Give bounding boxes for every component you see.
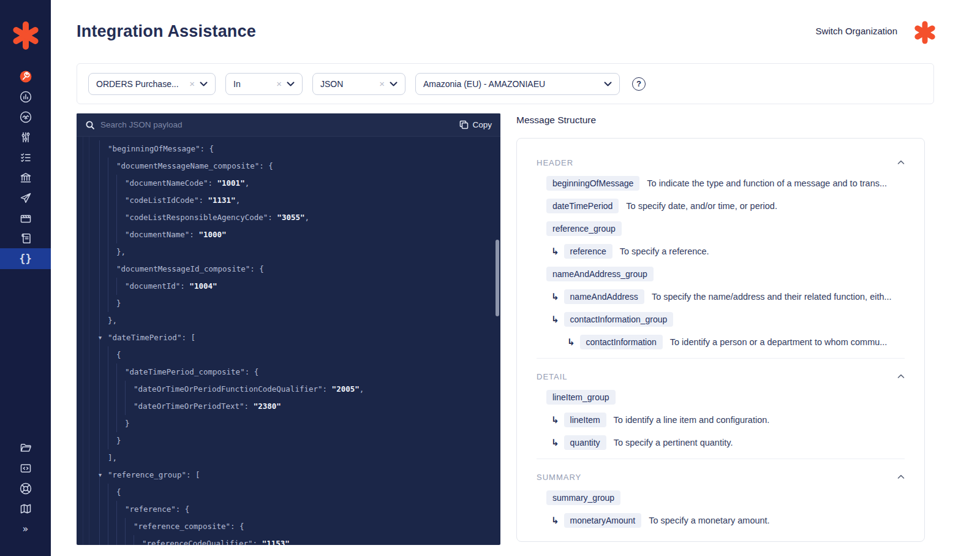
segment-tag[interactable]: nameAndAddress_group <box>546 267 654 281</box>
code-key-text: "beginningOfMessage": { <box>108 144 214 153</box>
code-line: } <box>77 415 500 432</box>
sidebar-item-configuration[interactable] <box>0 127 51 147</box>
code-box-icon <box>19 462 32 475</box>
sidebar-item-files[interactable] <box>0 438 51 458</box>
segment-tag[interactable]: beginningOfMessage <box>546 176 639 191</box>
sidebar-item-support[interactable] <box>0 478 51 498</box>
indent-guide <box>108 398 116 415</box>
sidebar-item-send[interactable] <box>0 188 51 208</box>
code-line: "documentMessageId_composite": { <box>77 261 500 278</box>
sidebar-item-analytics[interactable] <box>0 86 51 107</box>
asterisk-logo-icon <box>11 21 40 50</box>
code-punctuation: , <box>305 213 310 222</box>
code-key-text: } <box>116 299 121 308</box>
clear-filter-icon[interactable]: × <box>379 78 385 89</box>
copy-button[interactable]: Copy <box>459 120 492 129</box>
segment-description: To specify date, and/or time, or period. <box>626 201 777 211</box>
search-input[interactable] <box>100 120 459 129</box>
indent-guide <box>99 261 108 278</box>
message-structure-title: Message Structure <box>516 115 596 126</box>
sidebar-item-developer[interactable] <box>0 458 51 478</box>
section-label: DETAIL <box>537 372 568 381</box>
structure-row: nameAndAddress_group <box>546 262 905 285</box>
indent-guide <box>116 381 125 398</box>
segment-tag[interactable]: quantity <box>564 435 606 450</box>
segment-description: To indicate the type and function of a m… <box>647 178 887 188</box>
segment-tag[interactable]: reference <box>564 244 612 259</box>
code-punctuation: , <box>245 178 250 188</box>
indent-guide <box>99 312 108 329</box>
chevron-down-icon <box>287 82 295 86</box>
structure-row: ↳referenceTo specify a reference. <box>551 240 905 262</box>
structure-row: reference_group <box>546 217 905 240</box>
segment-tag[interactable]: nameAndAddress <box>564 289 644 304</box>
segment-tag[interactable]: lineItem <box>564 413 606 427</box>
code-key-text: }, <box>116 247 126 256</box>
collapse-section-button[interactable] <box>897 374 905 379</box>
indent-guide <box>99 243 108 261</box>
filter-message-type[interactable]: ORDERS Purchase... × <box>88 73 216 95</box>
code-line: "beginningOfMessage": { <box>77 140 500 158</box>
sidebar-item-scenarios[interactable] <box>0 208 51 228</box>
code-key-text: } <box>116 436 121 445</box>
segment-tag[interactable]: reference_group <box>546 221 622 236</box>
branch-arrow-icon: ↳ <box>551 246 559 257</box>
collapse-section-button[interactable] <box>897 474 905 479</box>
indent-guide <box>116 415 125 432</box>
indent-guide <box>108 192 116 209</box>
code-key-text: }, <box>108 316 117 325</box>
clapperboard-icon <box>19 211 32 225</box>
sidebar-item-docs[interactable] <box>0 498 51 519</box>
sidebar-nav-top: {} <box>0 66 51 269</box>
indent-guide <box>99 226 108 243</box>
segment-tag[interactable]: dateTimePeriod <box>546 199 619 213</box>
copy-icon <box>459 120 469 129</box>
organization-logo[interactable] <box>913 20 937 45</box>
indent-guide <box>116 364 125 381</box>
segment-tag[interactable]: contactInformation_group <box>564 312 674 327</box>
app-logo[interactable] <box>0 18 51 53</box>
filter-organization[interactable]: Amazonia (EU) - AMAZONIAEU <box>415 73 620 95</box>
filter-format[interactable]: JSON × <box>312 73 405 95</box>
sidebar-item-tools[interactable] <box>0 66 51 86</box>
clear-filter-icon[interactable]: × <box>189 78 195 89</box>
segment-tag[interactable]: lineItem_group <box>546 390 616 405</box>
sidebar-item-bank[interactable] <box>0 167 51 188</box>
sliders-icon <box>19 131 32 144</box>
sidebar-item-partners[interactable] <box>0 107 51 127</box>
vertical-scrollbar[interactable] <box>496 240 499 316</box>
sidebar-item-tasks[interactable] <box>0 147 51 167</box>
sidebar-item-logs[interactable] <box>0 228 51 248</box>
collapse-section-button[interactable] <box>897 160 905 165</box>
indent-guide <box>125 518 134 535</box>
segment-tag[interactable]: summary_group <box>546 490 620 505</box>
indent-guide <box>99 518 108 535</box>
indent-guide <box>108 501 116 518</box>
code-key-text: "referenceCodeQualifier": <box>142 539 262 545</box>
collapse-node-icon[interactable]: ▾ <box>99 329 102 346</box>
code-key-text: } <box>125 419 130 428</box>
code-line: "dateOrTimeOrPeriodFunctionCodeQualifier… <box>77 381 500 398</box>
chevron-down-icon <box>604 82 612 86</box>
structure-row: lineItem_group <box>546 386 905 408</box>
clear-filter-icon[interactable]: × <box>276 78 282 89</box>
code-line: "reference_composite": { <box>77 518 500 535</box>
code-line: ▾"reference_group": [ <box>77 467 500 484</box>
help-icon[interactable]: ? <box>632 77 646 91</box>
segment-tag[interactable]: contactInformation <box>580 335 663 349</box>
segment-tag[interactable]: monetaryAmount <box>564 513 642 528</box>
code-line: ▾"dateTimePeriod": [ <box>77 329 500 346</box>
code-value-text: "1004" <box>189 281 217 291</box>
indent-guide <box>99 484 108 501</box>
switch-organization-link[interactable]: Switch Organization <box>816 26 897 36</box>
code-line: "documentName": "1000" <box>77 226 500 243</box>
filter-direction[interactable]: In × <box>225 73 303 95</box>
sidebar-item-expand[interactable]: » <box>0 519 51 539</box>
collapse-node-icon[interactable]: ▾ <box>99 467 102 484</box>
indent-guide <box>99 364 108 381</box>
handshake-circle-icon <box>19 110 32 124</box>
sidebar-item-json-payloads[interactable]: {} <box>0 248 51 269</box>
code-key-text: "documentName": <box>125 230 198 239</box>
send-icon <box>19 191 32 205</box>
structure-row: beginningOfMessageTo indicate the type a… <box>546 172 905 194</box>
